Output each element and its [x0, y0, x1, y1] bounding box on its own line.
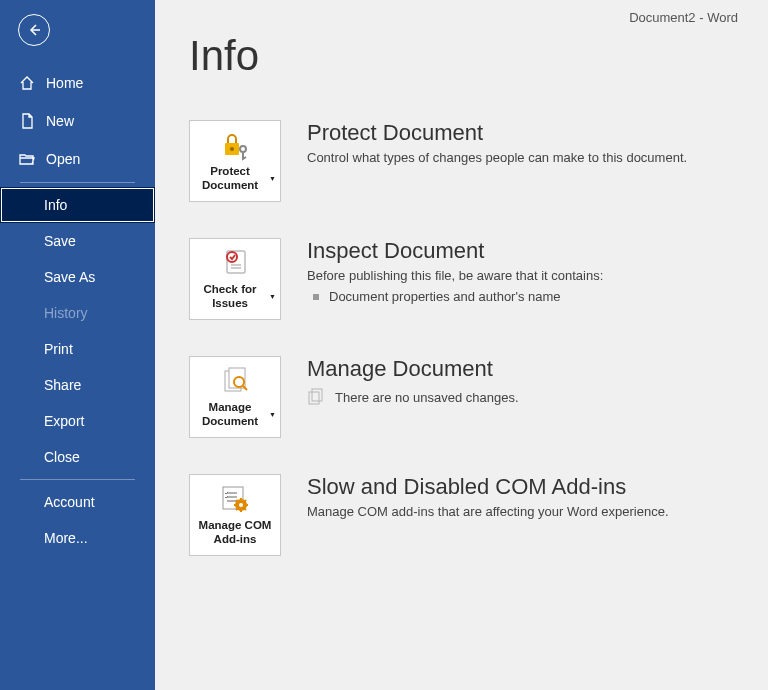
- svg-rect-8: [309, 392, 319, 404]
- back-arrow-icon: [26, 22, 42, 38]
- nav-label: Open: [46, 151, 80, 167]
- chevron-down-icon: ▼: [269, 175, 276, 183]
- new-doc-icon: [18, 112, 36, 130]
- section-inspect: Check for Issues▼ Inspect Document Befor…: [189, 238, 738, 320]
- section-description: Manage COM add-ins that are affecting yo…: [307, 504, 738, 519]
- section-description: Control what types of changes people can…: [307, 150, 738, 165]
- section-title: Inspect Document: [307, 238, 738, 264]
- nav-label: Save As: [44, 269, 95, 285]
- svg-point-2: [240, 146, 246, 152]
- nav-export[interactable]: Export: [0, 403, 155, 439]
- manage-status: There are no unsaved changes.: [307, 388, 738, 406]
- section-protect: Protect Document▼ Protect Document Contr…: [189, 120, 738, 202]
- section-title: Slow and Disabled COM Add-ins: [307, 474, 738, 500]
- nav-info[interactable]: Info: [0, 187, 155, 223]
- nav-label: Account: [44, 494, 95, 510]
- svg-rect-9: [312, 389, 322, 401]
- tile-label: Protect Document▼: [194, 165, 276, 193]
- nav-save-as[interactable]: Save As: [0, 259, 155, 295]
- nav-more[interactable]: More...: [0, 520, 155, 556]
- page-title: Info: [189, 32, 738, 80]
- document-name: Document2: [629, 10, 695, 25]
- nav-new[interactable]: New: [0, 102, 155, 140]
- nav-open[interactable]: Open: [0, 140, 155, 178]
- nav-share[interactable]: Share: [0, 367, 155, 403]
- manage-com-addins-button[interactable]: Manage COM Add-ins: [189, 474, 281, 556]
- nav-label: History: [44, 305, 88, 321]
- tile-label: Manage Document▼: [194, 401, 276, 429]
- divider: [20, 479, 135, 480]
- manage-doc-icon: [219, 365, 251, 397]
- inspect-item: Document properties and author's name: [307, 289, 738, 304]
- open-folder-icon: [18, 150, 36, 168]
- svg-point-1: [230, 147, 234, 151]
- section-manage: Manage Document▼ Manage Document There a…: [189, 356, 738, 438]
- nav-label: Save: [44, 233, 76, 249]
- check-issues-button[interactable]: Check for Issues▼: [189, 238, 281, 320]
- backstage-sidebar: Home New Open Info Save Save As History …: [0, 0, 155, 690]
- divider: [20, 182, 135, 183]
- section-description: Before publishing this file, be aware th…: [307, 268, 738, 283]
- documents-icon: [307, 388, 325, 406]
- inspect-icon: [219, 247, 251, 279]
- lock-key-icon: [219, 129, 251, 161]
- addins-icon: [219, 483, 251, 515]
- svg-point-12: [239, 503, 243, 507]
- nav-home[interactable]: Home: [0, 64, 155, 102]
- nav-account[interactable]: Account: [0, 484, 155, 520]
- nav-print[interactable]: Print: [0, 331, 155, 367]
- nav-label: Print: [44, 341, 73, 357]
- tile-label: Manage COM Add-ins: [194, 519, 276, 547]
- chevron-down-icon: ▼: [269, 293, 276, 301]
- nav-close[interactable]: Close: [0, 439, 155, 475]
- tile-label: Check for Issues▼: [194, 283, 276, 311]
- nav-save[interactable]: Save: [0, 223, 155, 259]
- chevron-down-icon: ▼: [269, 411, 276, 419]
- nav-label: Share: [44, 377, 81, 393]
- section-title: Protect Document: [307, 120, 738, 146]
- window-title: Document2 - Word: [629, 10, 738, 25]
- nav-label: Home: [46, 75, 83, 91]
- protect-document-button[interactable]: Protect Document▼: [189, 120, 281, 202]
- manage-document-button[interactable]: Manage Document▼: [189, 356, 281, 438]
- nav-label: Close: [44, 449, 80, 465]
- nav-label: Export: [44, 413, 84, 429]
- nav-history: History: [0, 295, 155, 331]
- nav-label: New: [46, 113, 74, 129]
- bullet-icon: [313, 294, 319, 300]
- section-addins: Manage COM Add-ins Slow and Disabled COM…: [189, 474, 738, 556]
- nav-label: More...: [44, 530, 88, 546]
- section-title: Manage Document: [307, 356, 738, 382]
- nav-label: Info: [44, 197, 67, 213]
- app-name: Word: [707, 10, 738, 25]
- back-button[interactable]: [18, 14, 50, 46]
- main-panel: Document2 - Word Info Protect Document▼ …: [155, 0, 768, 690]
- home-icon: [18, 74, 36, 92]
